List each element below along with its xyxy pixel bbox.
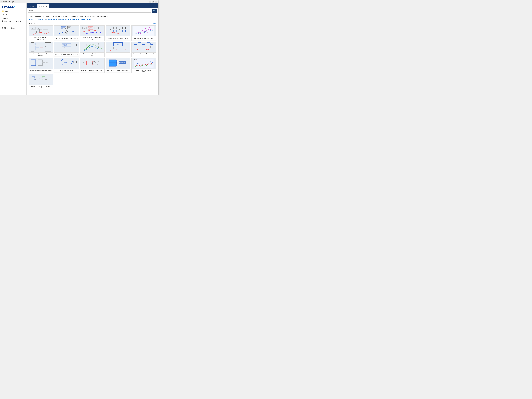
- svg-text:MATLAB System: MATLAB System: [110, 64, 117, 65]
- collapse-icon[interactable]: ▼: [29, 22, 30, 24]
- card-compare[interactable]: → Compare and Merge Simulink Mod...: [29, 74, 53, 89]
- svg-rect-92: [142, 46, 145, 48]
- sep1: |: [46, 19, 47, 20]
- card-transmission[interactable]: Gear Shift: [29, 25, 53, 41]
- svg-rect-81: [134, 43, 137, 44]
- card-component[interactable]: Component-Based Modeling with ...: [131, 42, 156, 57]
- sidebar-item-open[interactable]: 📁 Open: [0, 10, 26, 13]
- link-simulink-docs[interactable]: Simulink Documentation: [29, 19, 46, 20]
- card-thumbnail-component: [132, 42, 156, 52]
- sidebar-item-source-control[interactable]: 🗄 From Source Control ▼: [0, 20, 26, 23]
- svg-text:□ ☰ □: □ ☰ □: [63, 47, 65, 48]
- svg-text:FFT Core: FFT Core: [116, 44, 119, 45]
- card-parallel[interactable]: Results Parallel Simulations Using Parsi…: [29, 42, 53, 57]
- card-fft[interactable]: FFT Core Implement an FFT on a Multicore: [106, 42, 130, 57]
- card-rapid[interactable]: Rapid Accel Rapid Accelerator Simulation…: [80, 42, 105, 57]
- search-button[interactable]: 🔍: [152, 9, 157, 13]
- sidebar: SIMULINK® 📁 Open Recent Projects 🗄 From …: [0, 3, 26, 95]
- diagram-accelerating: In1 P-I Longitudinal Flight Control Out1…: [55, 42, 79, 52]
- logo-text: SIMULINK: [2, 5, 14, 8]
- svg-line-132: [116, 61, 119, 62]
- card-ball[interactable]: Simulation of a Bouncing Ball: [131, 25, 156, 41]
- card-thumbnail-accelerating: In1 P-I Longitudinal Flight Control Out1…: [55, 42, 79, 52]
- open-label: Open: [5, 10, 8, 12]
- card-thumbnail-hydraulic: [106, 25, 130, 36]
- svg-text:Flight Control: Flight Control: [63, 45, 67, 46]
- tab-bar: New Examples: [26, 3, 158, 8]
- card-fuel[interactable]: Throttle Fault-Tolerant Fuel Ctrl: [80, 25, 105, 41]
- tab-examples[interactable]: Examples: [37, 5, 49, 8]
- svg-text:Variant: Variant: [64, 61, 66, 62]
- card-thumbnail-matlab-block: MATLAB System MATLAB System Variable Sub…: [106, 58, 130, 69]
- card-aircraft[interactable]: Input Longitudinal Control Aircraft: [54, 25, 79, 41]
- svg-line-133: [116, 64, 119, 65]
- card-label-rapid: Rapid Accelerator Simulations Usi...: [80, 52, 105, 57]
- svg-text:Source: Source: [57, 62, 59, 62]
- svg-rect-40: [123, 30, 126, 32]
- svg-text:P-I Longitudinal: P-I Longitudinal: [62, 44, 67, 45]
- card-thumbnail-signals: Multi-Dim: [132, 58, 156, 69]
- restore-button[interactable]: □: [152, 1, 154, 3]
- link-blocks-reference[interactable]: Blocks and Other Reference: [59, 19, 79, 20]
- link-getting-started[interactable]: Getting Started: [47, 19, 58, 20]
- svg-rect-20: [73, 27, 76, 29]
- search-input[interactable]: [28, 9, 151, 13]
- card-matlab-block[interactable]: MATLAB System MATLAB System Variable Sub…: [106, 58, 130, 73]
- link-release-notes[interactable]: Release Notes: [81, 19, 91, 20]
- empty-placeholder-1: [54, 74, 79, 89]
- svg-text:Fault-Tolerant: Fault-Tolerant: [88, 27, 92, 28]
- diagram-component: [132, 42, 156, 52]
- close-button[interactable]: ✕: [155, 1, 157, 3]
- section-title-text: Simulink: [31, 22, 38, 24]
- svg-rect-94: [151, 46, 153, 48]
- intro-links: Simulink Documentation | Getting Started…: [26, 18, 158, 21]
- diagram-variant: Source Variant Subsystem Sink: [55, 58, 79, 69]
- card-label-fuel: Modeling a Fault-Tolerant Fuel Co...: [80, 36, 105, 40]
- card-thumbnail-transmission: Gear Shift: [29, 25, 53, 36]
- card-label-compare: Compare and Merge Simulink Mod...: [29, 85, 53, 89]
- svg-marker-148: [41, 78, 42, 80]
- svg-text:Sink: Sink: [74, 62, 75, 62]
- sep2: |: [58, 19, 59, 20]
- empty-placeholder-3: [106, 74, 130, 89]
- svg-rect-102: [38, 60, 43, 62]
- diagram-signals: Multi-Dim: [132, 58, 156, 69]
- sep3: |: [80, 19, 80, 20]
- diagram-fft: FFT Core: [106, 42, 130, 52]
- svg-rect-83: [142, 43, 145, 44]
- sidebar-learn-header: Learn: [0, 23, 26, 26]
- svg-rect-48: [36, 43, 39, 45]
- svg-text:Start: Start: [83, 62, 84, 63]
- card-thumbnail-parallel: Results: [29, 42, 53, 52]
- svg-text:Out: Out: [87, 62, 89, 63]
- svg-text:Σ: Σ: [66, 32, 67, 33]
- view-all-link[interactable]: View All: [151, 22, 156, 24]
- svg-text:Throttle: Throttle: [83, 28, 85, 29]
- card-bus[interactable]: Interface Spec Bus Out Int: [29, 58, 53, 73]
- svg-text:Shift: Shift: [38, 28, 39, 29]
- card-label-hydraulic: Four Hydraulic Cylinder Simulation: [106, 36, 130, 40]
- card-accelerating[interactable]: In1 P-I Longitudinal Flight Control Out1…: [54, 42, 79, 57]
- card-variant[interactable]: Source Variant Subsystem Sink Variant Su…: [54, 58, 79, 73]
- svg-rect-145: [43, 79, 45, 80]
- card-label-signals: Multi-Dimensional Signals in Lega...: [132, 69, 156, 73]
- svg-rect-33: [109, 27, 112, 29]
- svg-rect-49: [36, 46, 39, 48]
- tab-new[interactable]: New: [28, 5, 36, 8]
- card-hydraulic[interactable]: Four Hydraulic Cylinder Simulation: [106, 25, 130, 41]
- card-label-ball: Simulation of a Bouncing Ball: [132, 36, 156, 40]
- svg-rect-137: [32, 76, 35, 78]
- card-label-actions: Start and Terminate Actions Withi...: [80, 69, 105, 72]
- sidebar-recent-header: Recent: [0, 13, 26, 16]
- card-actions[interactable]: Out Start Start and Terminate Actions Wi…: [80, 58, 105, 73]
- card-thumbnail-aircraft: Input Longitudinal Control Aircraft: [55, 25, 79, 36]
- svg-text:MATLAB System: MATLAB System: [110, 61, 117, 62]
- svg-rect-79: [115, 47, 119, 49]
- sidebar-item-onramp[interactable]: 🖥 Simulink Onramp: [0, 26, 26, 30]
- onramp-icon: 🖥: [2, 27, 3, 29]
- svg-rect-144: [43, 76, 45, 78]
- card-label-fft: Implement an FFT on a Multicore ...: [106, 52, 130, 57]
- minimize-button[interactable]: ─: [149, 1, 151, 3]
- card-signals[interactable]: Multi-Dim Multi-Dimensional Signals in L…: [131, 58, 156, 73]
- grid-row-1: Gear Shift: [29, 25, 156, 41]
